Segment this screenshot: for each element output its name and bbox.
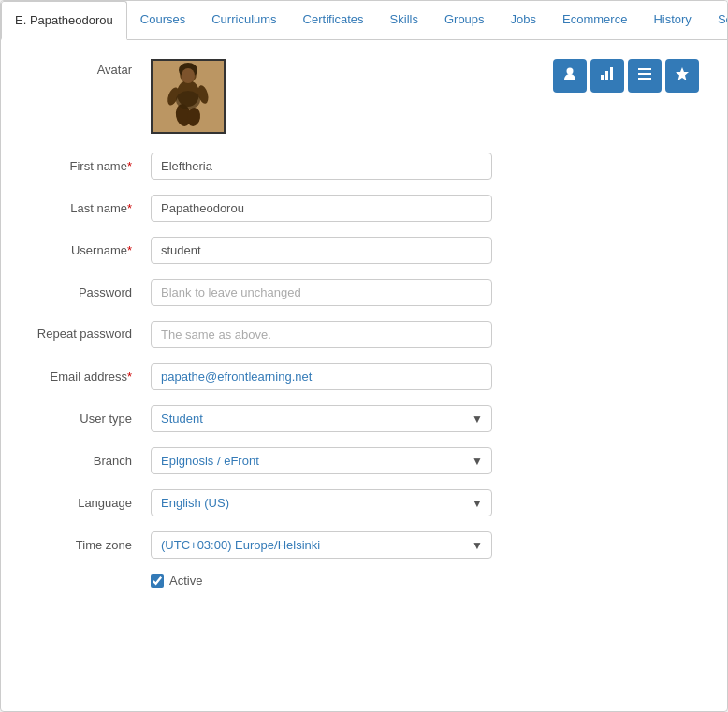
last-name-label: Last name* <box>29 201 151 215</box>
list-action-button[interactable] <box>628 59 662 93</box>
tab-skills[interactable]: Skills <box>377 1 431 39</box>
tab-jobs[interactable]: Jobs <box>498 1 549 39</box>
first-name-row: First name* <box>29 153 699 180</box>
avatar-label: Avatar <box>29 59 151 77</box>
main-content: Avatar <box>1 40 727 606</box>
user-type-select-wrapper: Student Professor Administrator ▼ <box>151 405 492 432</box>
svg-rect-2 <box>605 71 608 80</box>
svg-rect-3 <box>610 67 613 80</box>
timezone-select-wrapper: (UTC+03:00) Europe/Helsinki ▼ <box>151 531 492 559</box>
language-label: Language <box>29 496 151 510</box>
language-row: Language English (US) English (UK) Greek… <box>29 489 699 516</box>
active-row: Active <box>151 574 699 588</box>
password-row: Password <box>29 279 699 306</box>
svg-marker-7 <box>676 67 689 80</box>
username-input[interactable] <box>151 237 492 264</box>
tab-send-message[interactable]: Send message <box>705 1 728 39</box>
password-input[interactable] <box>151 279 492 306</box>
email-input[interactable] <box>151 363 492 390</box>
chart-action-button[interactable] <box>590 59 624 93</box>
profile-icon <box>562 66 577 85</box>
user-type-select[interactable]: Student Professor Administrator <box>151 405 492 432</box>
svg-rect-6 <box>638 78 651 80</box>
active-checkbox[interactable] <box>151 574 164 588</box>
star-action-button[interactable] <box>665 59 699 93</box>
tab-curriculums[interactable]: Curriculums <box>198 1 289 39</box>
svg-rect-1 <box>601 75 604 80</box>
last-name-input[interactable] <box>151 195 492 222</box>
avatar-image <box>153 61 224 132</box>
first-name-input[interactable] <box>151 153 492 180</box>
svg-point-0 <box>567 68 574 75</box>
language-select[interactable]: English (US) English (UK) Greek <box>151 489 492 516</box>
chart-icon <box>600 66 615 85</box>
language-select-wrapper: English (US) English (UK) Greek ▼ <box>151 489 492 516</box>
branch-select-wrapper: Epignosis / eFront ▼ <box>151 447 492 474</box>
username-row: Username* <box>29 237 699 264</box>
tab-user-profile[interactable]: E. Papatheodorou <box>1 1 127 40</box>
email-label: Email address* <box>29 370 151 384</box>
tab-courses[interactable]: Courses <box>127 1 198 39</box>
star-icon <box>675 66 690 85</box>
first-name-label: First name* <box>29 159 151 173</box>
last-name-row: Last name* <box>29 195 699 222</box>
timezone-label: Time zone <box>29 538 151 552</box>
svg-rect-4 <box>638 68 651 70</box>
tab-ecommerce[interactable]: Ecommerce <box>549 1 640 39</box>
tab-certificates[interactable]: Certificates <box>290 1 377 39</box>
email-row: Email address* <box>29 363 699 390</box>
branch-select[interactable]: Epignosis / eFront <box>151 447 492 474</box>
timezone-row: Time zone (UTC+03:00) Europe/Helsinki ▼ <box>29 531 699 559</box>
action-buttons <box>553 59 699 93</box>
active-label[interactable]: Active <box>169 574 202 588</box>
tab-history[interactable]: History <box>640 1 704 39</box>
timezone-select[interactable]: (UTC+03:00) Europe/Helsinki <box>151 531 492 559</box>
repeat-password-label: Repeat password <box>29 326 151 342</box>
password-label: Password <box>29 285 151 299</box>
branch-row: Branch Epignosis / eFront ▼ <box>29 447 699 474</box>
username-label: Username* <box>29 243 151 257</box>
repeat-password-row: Repeat password <box>29 321 699 348</box>
svg-rect-5 <box>638 73 651 75</box>
branch-label: Branch <box>29 454 151 468</box>
tab-bar: E. Papatheodorou Courses Curriculums Cer… <box>1 1 727 40</box>
tab-groups[interactable]: Groups <box>431 1 498 39</box>
repeat-password-input[interactable] <box>151 321 492 348</box>
user-type-row: User type Student Professor Administrato… <box>29 405 699 432</box>
user-type-label: User type <box>29 412 151 426</box>
avatar <box>151 59 226 134</box>
svg-rect-19 <box>153 61 224 132</box>
list-icon <box>637 66 652 85</box>
profile-action-button[interactable] <box>553 59 587 93</box>
